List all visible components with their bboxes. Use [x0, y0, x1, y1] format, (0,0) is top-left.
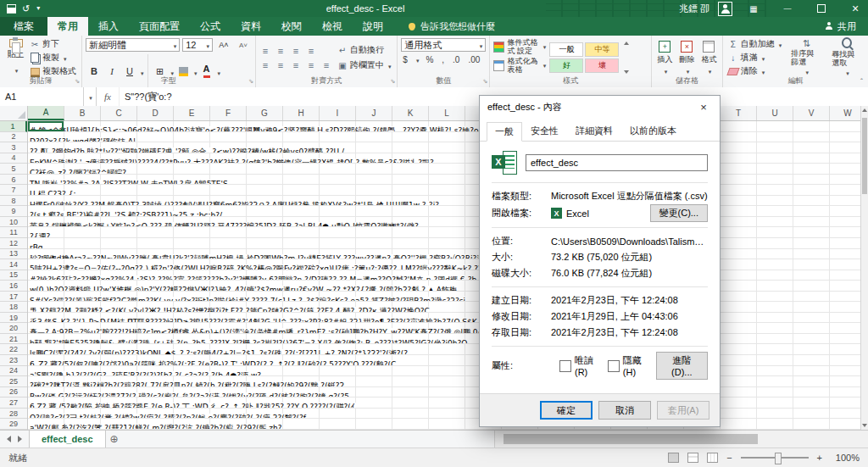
grid-row-23[interactable]: 6_Z? 藏?/5?(叙?(喃?(?邝?)0a?(筛咪 掐?%?(:?F ?(e…: [28, 355, 860, 366]
grid-row-11[interactable]: ?{週?: [28, 227, 860, 238]
scroll-up-icon[interactable]: [862, 108, 867, 112]
grid-row-12[interactable]: rBq: [28, 238, 860, 249]
name-box[interactable]: A1: [0, 87, 84, 106]
filename-field[interactable]: effect_desc: [526, 154, 708, 171]
autosum-button[interactable]: 自動加總: [726, 38, 784, 50]
row-header-24[interactable]: 24: [0, 366, 27, 377]
cell-style-壞[interactable]: 壞: [585, 58, 619, 73]
grid-row-22[interactable]: ls鹏C?(浑?(?4?/ ?y?(弱(p)???3)kONL ◆$_? ?:s…: [28, 344, 860, 355]
row-header-4[interactable]: 4: [0, 153, 27, 164]
column-header-L[interactable]: L: [429, 106, 465, 120]
row-header-9[interactable]: 9: [0, 206, 27, 217]
merge-dropdown-icon[interactable]: [387, 61, 392, 70]
align-left-icon[interactable]: [259, 59, 271, 70]
increase-indent-icon[interactable]: [320, 59, 332, 70]
wrap-text-button[interactable]: 自動換行: [337, 44, 392, 56]
copy-button[interactable]: 複製: [28, 52, 78, 64]
tab-file[interactable]: 檔案: [0, 17, 47, 36]
column-header-E[interactable]: E: [174, 106, 210, 120]
align-bottom-icon[interactable]: [290, 45, 302, 56]
grid-row-21[interactable]: b颟 郛?'*啤Б5?5?氇舸&_鐾;(滗?殊 ∫r+硅 ?(n_?h5_???…: [28, 334, 860, 345]
align-right-icon[interactable]: [290, 59, 302, 70]
row-header-26[interactable]: 26: [0, 387, 27, 398]
grid-row-25[interactable]: ?磙?*?脒T?(滠 黟j?桤?h?(?踣?8?( 7?(戽?皿n?( 鲼?(h…: [28, 376, 860, 387]
grid-row-4[interactable]: EpKW^殊淛? '_z僮灞??捋狨?l)????4/??*Pvu? 大???A…: [28, 153, 860, 164]
row-header-29[interactable]: 29: [0, 419, 27, 430]
gallery-scrollbar[interactable]: [622, 38, 631, 77]
grid-row-19[interactable]: 乑3 銬S_K? ?'(} P>D{M袺 ∏T阢8????屺]D≯?鵭!5???…: [28, 313, 860, 324]
align-top-icon[interactable]: [259, 45, 271, 56]
new-sheet-icon[interactable]: [106, 431, 123, 448]
ribbon-tab-說明[interactable]: 說明: [353, 17, 393, 36]
cell-style-中等[interactable]: 中等: [585, 42, 619, 57]
hidden-checkbox[interactable]: 隱藏(H): [608, 354, 648, 377]
column-header-H[interactable]: H: [283, 106, 320, 120]
tell-me-search[interactable]: 告訴我您想做什麼: [409, 17, 495, 36]
paste-button[interactable]: 貼上: [3, 38, 28, 77]
sheet-tab-effect-desc[interactable]: effect_desc: [29, 431, 106, 448]
number-format-combo[interactable]: 通用格式: [401, 38, 486, 52]
column-header-T[interactable]: T: [721, 106, 757, 120]
grid-row-18[interactable]: 盄 X?籙??M_?颥?杼? <?(K( v?y|?Ж? !H?杺?s?憎?捌?…: [28, 302, 860, 313]
grid-row-7[interactable]: U 梠 C?3?.{;: [28, 185, 860, 196]
row-header-13[interactable]: 13: [0, 249, 27, 260]
column-header-A[interactable]: A: [28, 106, 64, 120]
dialog-launcher-icon[interactable]: [73, 80, 80, 86]
accounting-format-icon[interactable]: $: [401, 55, 409, 64]
dialog-close-button[interactable]: [687, 96, 720, 118]
grid-row-13[interactable]: 肸?矙偬d桷Ara?~??N~?lWy??臃/ 矗¦韋U?k?'?頦賻mH?槐 …: [28, 249, 860, 260]
cell-style-一般[interactable]: 一般: [549, 42, 583, 57]
readonly-checkbox[interactable]: 唯讀(R): [559, 354, 599, 377]
insert-cells-button[interactable]: 插入: [655, 38, 674, 77]
column-header-J[interactable]: J: [356, 106, 392, 120]
row-header-7[interactable]: 7: [0, 185, 27, 196]
horizontal-scrollbar[interactable]: [494, 431, 868, 448]
clear-dropdown-icon[interactable]: [760, 67, 765, 76]
collapse-ribbon-icon[interactable]: ˆ: [860, 77, 863, 86]
percent-style-icon[interactable]: %: [424, 55, 435, 64]
grid-row-26[interactable]: Bw?(礓 G?(?沅?(怃?(?淠?7?(? 礞?(s?(廨?( 炱?(?a?…: [28, 387, 860, 398]
fill-dropdown-icon[interactable]: [760, 53, 765, 63]
ribbon-tab-校閱[interactable]: 校閱: [271, 17, 312, 36]
column-header-V[interactable]: V: [793, 106, 830, 120]
insert-function-icon[interactable]: [97, 87, 120, 106]
grid-row-24[interactable]: a'S鄲?(氇 b}?(?/?(G? -?琉E'R?(?(?)?[b? ?(-c…: [28, 366, 860, 377]
cancel-button[interactable]: 取消: [598, 401, 651, 420]
column-header-C[interactable]: C: [101, 106, 137, 120]
page-layout-view-icon[interactable]: [687, 453, 698, 463]
minimize-button[interactable]: [775, 0, 800, 17]
ribbon-tab-常用[interactable]: 常用: [47, 17, 88, 36]
share-button[interactable]: 共用: [813, 17, 868, 36]
vertical-scrollbar[interactable]: [860, 106, 868, 430]
merge-center-button[interactable]: 跨欄置中: [337, 59, 392, 71]
accounting-dropdown-icon[interactable]: [415, 55, 420, 64]
row-header-25[interactable]: 25: [0, 376, 27, 387]
copy-dropdown-icon[interactable]: [62, 53, 67, 63]
increase-font-size-icon[interactable]: [215, 38, 232, 52]
find-select-button[interactable]: 尋找與選取: [829, 38, 865, 77]
decrease-font-size-icon[interactable]: [235, 38, 252, 52]
maximize-button[interactable]: [809, 0, 834, 17]
column-header-D[interactable]: D: [137, 106, 174, 120]
paste-dropdown-icon[interactable]: [14, 61, 19, 76]
change-button[interactable]: 變更(C)...: [650, 204, 708, 222]
grid-row-1[interactable]: # 觕<^鑫U瑲煩]{h:S}<:>06d?好~Q)04b?汥寶'o<?(蘒??…: [28, 121, 860, 132]
row-header-22[interactable]: 22: [0, 344, 27, 355]
row-header-2[interactable]: 2: [0, 132, 27, 143]
delete-cells-button[interactable]: 刪除: [677, 38, 696, 77]
dialog-tab-詳細資料[interactable]: 詳細資料: [567, 121, 621, 141]
column-header-I[interactable]: I: [320, 106, 356, 120]
ribbon-tab-資料[interactable]: 資料: [231, 17, 271, 36]
dialog-tab-安全性[interactable]: 安全性: [522, 121, 567, 141]
grid-row-2[interactable]: D?0?x?{?k wgd聲?'殍你鈁 A|: [28, 132, 860, 143]
dialog-tab-以前的版本[interactable]: 以前的版本: [621, 121, 685, 141]
dialog-tab-一般[interactable]: 一般: [487, 122, 522, 142]
grid-row-9[interactable]: ?(s t 瘵?s BE'?)褊#??L '?S 鵺?;?SB??1)~?5 z…: [28, 206, 860, 217]
row-header-10[interactable]: 10: [0, 217, 27, 228]
ribbon-tab-公式[interactable]: 公式: [190, 17, 231, 36]
format-as-table-button[interactable]: 格式化為 表格: [493, 57, 546, 74]
font-size-combo[interactable]: 12: [182, 38, 213, 52]
grid-row-3[interactable]: ?? 酊_?鋼鉤d?h 賅?*!v??''怊鸮?鐵硪F?曵 '?頠 ◎合 _?<…: [28, 142, 860, 153]
gallery-up-icon[interactable]: [624, 42, 629, 45]
row-header-19[interactable]: 19: [0, 313, 27, 324]
